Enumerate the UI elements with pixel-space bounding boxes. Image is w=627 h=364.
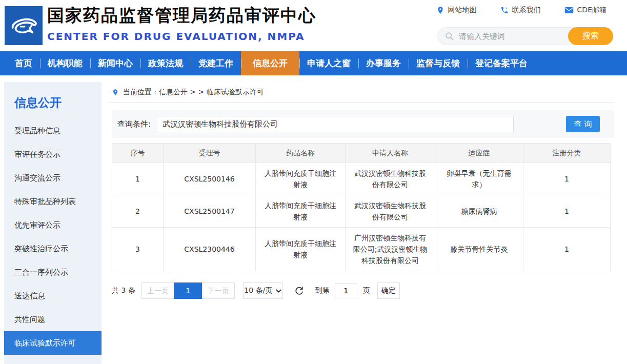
site-header: 国家药品监督管理局药品审评中心 CENTER FOR DRUG EVALUATI… bbox=[0, 0, 627, 51]
cde-logo bbox=[5, 6, 43, 45]
nav-item-org-functions[interactable]: 机构职能 bbox=[40, 51, 90, 75]
nav-item-services[interactable]: 办事服务 bbox=[358, 51, 409, 75]
total-count-label: 共 3 条 bbox=[112, 286, 135, 295]
header-quick-links: 网站地图 联系我们 CDE邮箱 bbox=[436, 6, 606, 15]
contact-label: 联系我们 bbox=[512, 6, 541, 15]
col-header-applicant: 申请人名称 bbox=[346, 144, 435, 163]
col-header-drug-name: 药品名称 bbox=[256, 144, 346, 163]
nav-item-supervision-feedback[interactable]: 监督与反馈 bbox=[409, 51, 468, 75]
query-submit-button[interactable]: 查 询 bbox=[566, 116, 600, 132]
next-page-button[interactable]: 下一页 bbox=[202, 282, 235, 299]
col-header-acceptance-no: 受理号 bbox=[164, 144, 256, 163]
refresh-icon[interactable] bbox=[294, 286, 304, 296]
cde-logo-swirl-icon bbox=[8, 10, 39, 42]
col-header-reg-class: 注册分类 bbox=[523, 144, 611, 163]
pager-group: 上一页 1 下一页 bbox=[141, 282, 235, 299]
mailbox-link[interactable]: CDE邮箱 bbox=[564, 6, 606, 15]
phone-icon bbox=[500, 6, 509, 14]
cell-reg-class: 1 bbox=[523, 195, 611, 228]
results-table: 序号 受理号 药品名称 申请人名称 适应症 注册分类 1 CXSL2500146… bbox=[112, 143, 611, 271]
sidebar-title: 信息公开 bbox=[4, 82, 102, 119]
cell-indication: 卵巢早衰（无生育需求） bbox=[435, 163, 523, 195]
cell-indication: 糖尿病肾病 bbox=[435, 195, 523, 228]
sidebar-item-clinical-trial-implied-license[interactable]: 临床试验默示许可 bbox=[4, 331, 102, 355]
nav-item-registration-platform[interactable]: 登记备案平台 bbox=[468, 51, 535, 75]
site-title: 国家药品监督管理局药品审评中心 bbox=[47, 4, 316, 27]
cell-seq: 1 bbox=[112, 163, 164, 195]
mail-icon bbox=[564, 7, 574, 14]
prev-page-button[interactable]: 上一页 bbox=[141, 282, 174, 299]
query-condition-input[interactable] bbox=[156, 116, 514, 132]
pagination: 共 3 条 上一页 1 下一页 10 条/页 到第 页 确定 bbox=[112, 282, 615, 299]
site-search-button[interactable]: 搜索 bbox=[568, 27, 613, 45]
nav-item-party-building[interactable]: 党建工作 bbox=[191, 51, 241, 75]
sidebar-item-three-in-one[interactable]: 三合一序列公示 bbox=[4, 260, 102, 284]
sidebar-item-accepted-varieties[interactable]: 受理品种信息 bbox=[4, 119, 102, 143]
sidebar-item-communication[interactable]: 沟通交流公示 bbox=[4, 166, 102, 190]
mailbox-label: CDE邮箱 bbox=[577, 6, 606, 15]
cell-acceptance-no: CXSL2500146 bbox=[164, 163, 256, 195]
main-nav: 首页 机构职能 新闻中心 政策法规 党建工作 信息公开 申请人之窗 办事服务 监… bbox=[0, 51, 627, 75]
breadcrumb-text: 当前位置：信息公开 > > 临床试验默示许可 bbox=[123, 88, 264, 97]
goto-page-label: 到第 bbox=[315, 286, 330, 295]
cell-acceptance-no: CXSL2300446 bbox=[164, 228, 256, 271]
query-bar: 查询条件: 查 询 bbox=[112, 110, 614, 138]
breadcrumb-pin-icon bbox=[112, 88, 119, 96]
nav-item-home[interactable]: 首页 bbox=[7, 51, 40, 75]
breadcrumb: 当前位置：信息公开 > > 临床试验默示许可 bbox=[108, 82, 614, 103]
cell-reg-class: 1 bbox=[523, 228, 611, 271]
sidebar-item-delivery-info[interactable]: 送达信息 bbox=[4, 284, 102, 308]
cell-seq: 2 bbox=[112, 195, 164, 228]
page-size-value: 10 条/页 bbox=[244, 286, 272, 295]
col-header-seq: 序号 bbox=[112, 144, 164, 163]
query-condition-label: 查询条件: bbox=[117, 119, 151, 129]
goto-confirm-button[interactable]: 确定 bbox=[377, 282, 400, 299]
table-header-row: 序号 受理号 药品名称 申请人名称 适应症 注册分类 bbox=[112, 144, 611, 163]
sitemap-link[interactable]: 网站地图 bbox=[436, 6, 477, 15]
col-header-indication: 适应症 bbox=[435, 144, 523, 163]
goto-page-unit: 页 bbox=[363, 286, 370, 295]
site-search-bar: 搜索 bbox=[437, 27, 613, 45]
cell-applicant: 武汉汉密顿生物科技股份有限公司 bbox=[346, 195, 435, 228]
nav-item-info-disclosure[interactable]: 信息公开 bbox=[241, 51, 299, 75]
main-content: 当前位置：信息公开 > > 临床试验默示许可 查询条件: 查 询 序号 受理号 … bbox=[108, 82, 615, 299]
table-row: 3 CXSL2300446 人脐带间充质干细胞注射液 广州汉密顿生物科技有限公司… bbox=[112, 228, 611, 271]
cell-drug-name: 人脐带间充质干细胞注射液 bbox=[256, 228, 346, 271]
search-icon bbox=[445, 32, 454, 41]
site-subtitle: CENTER FOR DRUG EVALUATION, NMPA bbox=[47, 30, 316, 43]
map-pin-icon bbox=[436, 6, 444, 14]
nav-item-news-center[interactable]: 新闻中心 bbox=[90, 51, 140, 75]
table-row: 1 CXSL2500146 人脐带间充质干细胞注射液 武汉汉密顿生物科技股份有限… bbox=[112, 163, 611, 195]
cell-seq: 3 bbox=[112, 228, 164, 271]
sidebar-item-special-approval[interactable]: 特殊审批品种列表 bbox=[4, 190, 102, 213]
cell-drug-name: 人脐带间充质干细胞注射液 bbox=[256, 195, 346, 228]
brand-block: 国家药品监督管理局药品审评中心 CENTER FOR DRUG EVALUATI… bbox=[47, 4, 316, 43]
sidebar-item-review-tasks[interactable]: 审评任务公示 bbox=[4, 143, 102, 166]
cell-applicant: 广州汉密顿生物科技有限公司;武汉汉密顿生物科技股份有限公司 bbox=[346, 228, 435, 271]
contact-link[interactable]: 联系我们 bbox=[500, 6, 541, 15]
current-page-button[interactable]: 1 bbox=[174, 282, 203, 299]
site-search-input[interactable] bbox=[454, 32, 568, 41]
sidebar-item-priority-review[interactable]: 优先审评公示 bbox=[4, 213, 102, 237]
sidebar-item-common-issues[interactable]: 共性问题 bbox=[4, 308, 102, 331]
nav-item-policies[interactable]: 政策法规 bbox=[140, 51, 191, 75]
nav-item-applicant-window[interactable]: 申请人之窗 bbox=[299, 51, 358, 75]
page-size-select[interactable]: 10 条/页 bbox=[243, 282, 283, 299]
cell-acceptance-no: CXSL2500147 bbox=[164, 195, 256, 228]
cell-indication: 膝关节骨性关节炎 bbox=[435, 228, 523, 271]
sidebar-item-breakthrough-therapy[interactable]: 突破性治疗公示 bbox=[4, 237, 102, 260]
chevron-down-icon bbox=[276, 289, 281, 293]
cell-drug-name: 人脐带间充质干细胞注射液 bbox=[256, 163, 346, 195]
cell-reg-class: 1 bbox=[523, 163, 611, 195]
goto-page-input[interactable] bbox=[335, 283, 357, 298]
sidebar: 信息公开 受理品种信息 审评任务公示 沟通交流公示 特殊审批品种列表 优先审评公… bbox=[4, 82, 102, 364]
sitemap-label: 网站地图 bbox=[448, 6, 477, 15]
table-row: 2 CXSL2500147 人脐带间充质干细胞注射液 武汉汉密顿生物科技股份有限… bbox=[112, 195, 611, 228]
cell-applicant: 武汉汉密顿生物科技股份有限公司 bbox=[346, 163, 435, 195]
